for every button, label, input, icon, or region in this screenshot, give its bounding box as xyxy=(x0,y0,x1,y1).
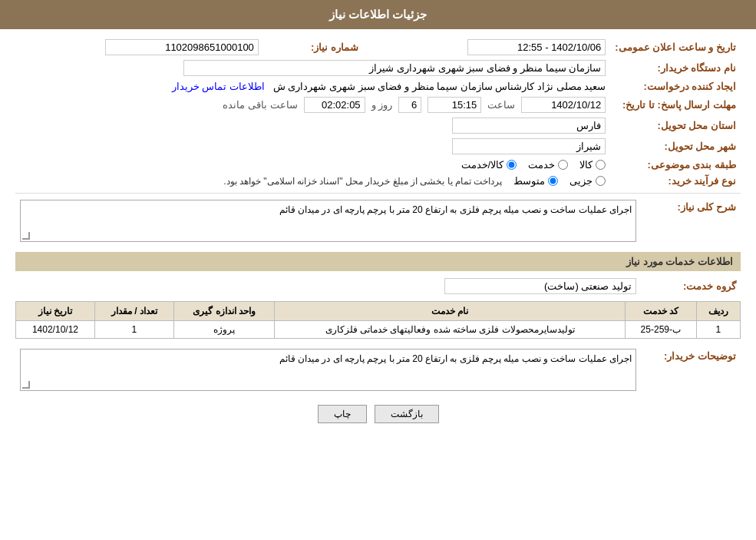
creator-link[interactable]: اطلاعات تماس خریدار xyxy=(172,81,265,92)
purchase-type-motavasset[interactable]: متوسط xyxy=(513,175,558,187)
time-value: 15:15 xyxy=(428,97,481,113)
main-content: تاریخ و ساعت اعلان عمومی: 1402/10/06 - 1… xyxy=(0,29,756,442)
cell-row: 1 xyxy=(696,321,740,339)
purchase-type-label: نوع فرآیند خرید: xyxy=(610,173,741,189)
need-number-label: شماره نیاز: xyxy=(263,37,363,58)
need-summary-label: شرح کلی نیاز: xyxy=(641,197,741,244)
need-summary-value: اجرای عملیات ساخت و نصب میله پرچم فلزی ب… xyxy=(20,200,636,242)
creator-label: ایجاد کننده درخواست: xyxy=(610,78,741,94)
col-row: ردیف xyxy=(696,302,740,321)
page-header: جزئیات اطلاعات نیاز xyxy=(0,0,756,29)
city-label: شهر محل تحویل: xyxy=(610,136,741,157)
purchase-type-jozi[interactable]: جزیی xyxy=(569,175,606,187)
cell-date: 1402/10/12 xyxy=(16,321,95,339)
time-label: ساعت xyxy=(487,99,515,111)
info-table: تاریخ و ساعت اعلان عمومی: 1402/10/06 - 1… xyxy=(15,37,741,189)
col-name: نام خدمت xyxy=(275,302,626,321)
buyer-desc-value: اجرای عملیات ساخت و نصب میله پرچم فلزی ب… xyxy=(20,349,636,391)
services-table: ردیف کد خدمت نام خدمت واحد اندازه گیری ت… xyxy=(15,301,741,339)
page-wrapper: جزئیات اطلاعات نیاز تاریخ و ساعت اعلان ع… xyxy=(0,0,756,540)
col-unit: واحد اندازه گیری xyxy=(173,302,275,321)
deadline-date-value: 1402/10/12 xyxy=(521,97,606,113)
creator-value: سعید مصلی نژاد کارشناس سازمان سیما منظر … xyxy=(273,81,606,92)
cell-quantity: 1 xyxy=(94,321,173,339)
days-value: 6 xyxy=(398,97,421,113)
need-number-value: 1102098651000100 xyxy=(105,39,259,55)
table-row: 1 ب-259-25 تولیدسایرمحصولات فلزی ساخته ش… xyxy=(16,321,741,339)
cell-name: تولیدسایرمحصولات فلزی ساخته شده وفعالیته… xyxy=(275,321,626,339)
province-label: استان محل تحویل: xyxy=(610,115,741,136)
deadline-label: مهلت ارسال پاسخ: تا تاریخ: xyxy=(610,94,741,115)
service-group-table: گروه خدمت: تولید صنعتی (ساخت) xyxy=(15,276,741,297)
need-summary-table: شرح کلی نیاز: اجرای عملیات ساخت و نصب می… xyxy=(15,197,741,244)
service-group-value: تولید صنعتی (ساخت) xyxy=(444,278,636,294)
buyer-desc-table: توضیحات خریدار: اجرای عملیات ساخت و نصب … xyxy=(15,346,741,393)
category-option-kala[interactable]: کالا xyxy=(579,159,606,171)
remaining-label: ساعت باقی مانده xyxy=(223,99,297,111)
resize-handle[interactable] xyxy=(22,232,30,240)
services-section-title: اطلاعات خدمات مورد نیاز xyxy=(15,252,741,271)
province-value: فارس xyxy=(452,118,606,134)
category-option-khedmat[interactable]: خدمت xyxy=(528,159,568,171)
cell-unit: پروژه xyxy=(173,321,275,339)
announce-value: 1402/10/06 - 12:55 xyxy=(467,39,606,55)
city-value: شیراز xyxy=(452,138,606,154)
col-date: تاریخ نیاز xyxy=(16,302,95,321)
cell-code: ب-259-25 xyxy=(625,321,696,339)
category-label: طبقه بندی موضوعی: xyxy=(610,157,741,173)
service-group-label: گروه خدمت: xyxy=(641,276,741,297)
days-label: روز و xyxy=(371,99,393,111)
remaining-value: 02:02:05 xyxy=(304,97,365,113)
buyer-desc-label: توضیحات خریدار: xyxy=(641,346,741,393)
buyer-org-value: سازمان سیما منظر و فضای سبز شهری شهرداری… xyxy=(183,60,606,76)
button-bar: بازگشت چاپ xyxy=(15,405,741,423)
resize-handle-2[interactable] xyxy=(22,381,30,389)
header-title: جزئیات اطلاعات نیاز xyxy=(329,8,427,21)
announce-label: تاریخ و ساعت اعلان عمومی: xyxy=(610,37,741,58)
category-option-kala-khedmat[interactable]: کالا/خدمت xyxy=(461,159,517,171)
purchase-type-note: پرداخت تمام یا بخشی از مبلغ خریدار محل "… xyxy=(223,176,502,187)
col-code: کد خدمت xyxy=(625,302,696,321)
back-button[interactable]: بازگشت xyxy=(375,405,439,423)
buyer-org-label: نام دستگاه خریدار: xyxy=(610,58,741,78)
col-quantity: تعداد / مقدار xyxy=(94,302,173,321)
print-button[interactable]: چاپ xyxy=(318,405,367,423)
